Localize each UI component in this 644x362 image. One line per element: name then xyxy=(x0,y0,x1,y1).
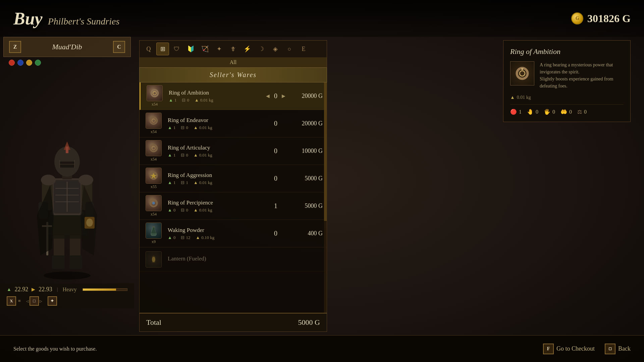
quantity-area-3: 0 xyxy=(262,175,289,182)
stat-up-icon-1: ▲ xyxy=(168,125,172,130)
svg-rect-46 xyxy=(153,255,154,256)
detail-stat-4: ⚖ 0 xyxy=(577,109,587,115)
detail-stat-icon-2: 🖐 xyxy=(544,109,550,115)
filter-tab-moon[interactable]: ☽ xyxy=(255,43,268,55)
quantity-area-5: 0 xyxy=(262,230,289,237)
shop-item-waking-powder[interactable]: x9 Waking Powder ▲ 0 ⊟ 12 ▲ 0.10 kg xyxy=(140,220,327,247)
checkout-action[interactable]: F Go to Checkout xyxy=(543,344,595,354)
item-name-3: Ring of Aggression xyxy=(168,172,258,179)
shop-item-ring-of-endeavor[interactable]: x54 Ring of Endeavor ▲ 1 ⊟ 0 ▲ 0.01 kg xyxy=(140,110,327,137)
detail-weight: ▲ 0.01 kg xyxy=(510,95,624,100)
item-stats-1: ▲ 1 ⊟ 0 ▲ 0.01 kg xyxy=(168,125,258,130)
qty-decrease-0[interactable]: ◀ xyxy=(266,93,270,99)
filter-tab-shield[interactable]: 🔰 xyxy=(184,43,197,55)
qty-value-1: 0 xyxy=(272,120,280,127)
stat-neutral-val-1: 0 xyxy=(186,125,188,130)
status-icon-health xyxy=(9,60,15,66)
filter-tab-lightning[interactable]: ⚡ xyxy=(241,43,254,55)
svg-point-42 xyxy=(152,202,155,204)
item-price-1: 20000 G xyxy=(289,120,323,127)
action-btn-special[interactable]: ✦ xyxy=(48,296,57,306)
item-icon-1 xyxy=(146,113,162,129)
shop-item-ring-of-ambition[interactable]: x54 Ring of Ambition ▲ 1 ⊟ 0 ▲ 0.01 kg xyxy=(140,82,327,110)
quantity-area-2: 0 xyxy=(262,147,289,155)
shop-item-ring-of-percipience[interactable]: x54 Ring of Percipience ▲ 0 ⊟ 0 ▲ 0.01 k… xyxy=(140,192,327,220)
item-count-4: x54 xyxy=(151,212,157,217)
special-key[interactable]: ✦ xyxy=(48,296,57,306)
svg-rect-26 xyxy=(66,146,68,153)
back-key[interactable]: ◻ xyxy=(605,344,615,354)
action-btn-x[interactable]: X ≡ xyxy=(7,296,21,306)
item-icon-0 xyxy=(147,85,163,101)
item-stat-weight-2: ▲ 0.01 kg xyxy=(194,153,212,158)
nav-right-key[interactable]: C xyxy=(113,41,125,53)
svg-rect-44 xyxy=(152,256,155,263)
item-icon-area-6 xyxy=(144,251,164,267)
item-stat-neutral-5: ⊟ 12 xyxy=(181,235,190,240)
status-icon-mana xyxy=(17,60,23,66)
stat-up-icon-5: ▲ xyxy=(168,235,172,240)
item-stats-2: ▲ 1 ⊟ 0 ▲ 0.01 kg xyxy=(168,153,258,158)
svg-point-0 xyxy=(44,272,91,280)
shop-name: Philbert's Sundries xyxy=(48,16,120,27)
weight-val-5: 0.10 kg xyxy=(201,235,214,240)
filter-tab-blade[interactable]: 🗡 xyxy=(227,43,239,55)
nav-left-key[interactable]: Z xyxy=(9,41,21,53)
quantity-selector-0[interactable]: ◀ 0 ▶ xyxy=(262,92,289,100)
weight-val-0: 0.01 kg xyxy=(200,98,213,103)
filter-tab-ring[interactable]: ○ xyxy=(283,43,296,55)
detail-stat-3: 🤲 0 xyxy=(560,109,572,115)
qty-value-5: 0 xyxy=(272,230,280,237)
filter-tab-armor[interactable]: 🛡 xyxy=(170,43,183,55)
currency-amount: 301826 G xyxy=(587,12,631,25)
swap-key[interactable]: ◁ □ ▷ xyxy=(26,296,42,306)
back-action[interactable]: ◻ Back xyxy=(605,344,631,354)
item-icon-area-5: x9 xyxy=(144,223,164,244)
shop-panel: Q ⊞ 🛡 🔰 🏹 ✦ 🗡 ⚡ ☽ ◈ ○ E All Seller's War… xyxy=(139,40,327,332)
svg-point-20 xyxy=(78,175,93,185)
item-name-5: Waking Powder xyxy=(168,227,258,234)
item-count-5: x9 xyxy=(152,239,156,244)
stat-up-icon-2: ▲ xyxy=(168,153,172,158)
category-label: All xyxy=(139,57,327,67)
item-info-2: Ring of Articulacy ▲ 1 ⊟ 0 ▲ 0.01 kg xyxy=(164,144,262,158)
x-key[interactable]: X xyxy=(7,296,16,306)
stat-neutral-icon-0: ⊟ xyxy=(182,98,185,103)
item-stat-up-2: ▲ 1 xyxy=(168,153,175,158)
detail-content: A ring bearing a mysterious power that i… xyxy=(510,61,624,89)
filter-tab-q[interactable]: Q xyxy=(142,43,155,55)
item-name-0: Ring of Ambition xyxy=(169,89,258,96)
header: Buy Philbert's Sundries G 301826 G xyxy=(0,0,644,37)
detail-stat-icon-3: 🤲 xyxy=(560,109,567,115)
detail-stat-val-0: 1 xyxy=(519,109,522,115)
qty-increase-0[interactable]: ▶ xyxy=(282,93,285,99)
detail-weight-value: 0.01 kg xyxy=(517,95,531,100)
bottom-actions: F Go to Checkout ◻ Back xyxy=(543,344,631,354)
filter-tab-grid[interactable]: ⊞ xyxy=(156,43,169,55)
scrollbar[interactable] xyxy=(324,82,327,313)
weight-icon-3: ▲ xyxy=(194,180,198,185)
stat-up-val-1: 1 xyxy=(173,125,176,130)
detail-stat-val-1: 0 xyxy=(536,109,538,115)
item-stat-neutral-1: ⊟ 0 xyxy=(181,125,188,130)
item-count-1: x54 xyxy=(151,129,157,134)
scroll-thumb[interactable] xyxy=(324,82,327,221)
filter-tab-diamond[interactable]: ◈ xyxy=(269,43,282,55)
filter-tab-e[interactable]: E xyxy=(297,43,310,55)
action-btn-swap[interactable]: ◁ □ ▷ xyxy=(26,296,42,306)
svg-rect-23 xyxy=(60,162,74,168)
stat-up-val-4: 0 xyxy=(173,207,176,213)
item-info-1: Ring of Endeavor ▲ 1 ⊟ 0 ▲ 0.01 kg xyxy=(164,117,262,130)
shop-item-ring-of-articulacy[interactable]: x54 Ring of Articulacy ▲ 1 ⊟ 0 ▲ 0.01 kg xyxy=(140,137,327,165)
detail-stat-icon-1: 🤚 xyxy=(527,109,534,115)
square-key[interactable]: □ xyxy=(30,296,39,306)
stat-neutral-icon-3: ⊟ xyxy=(181,180,184,185)
item-stat-neutral-3: ⊟ 1 xyxy=(181,180,188,185)
shop-item-ring-of-aggression[interactable]: x55 Ring of Aggression ▲ 1 ⊟ 1 ▲ 0.01 kg xyxy=(140,165,327,192)
filter-tab-magic[interactable]: ✦ xyxy=(213,43,225,55)
item-icon-4 xyxy=(146,195,162,211)
detail-stat-2: 🖐 0 xyxy=(544,109,555,115)
filter-tab-bow[interactable]: 🏹 xyxy=(199,43,211,55)
checkout-key[interactable]: F xyxy=(543,344,554,354)
filter-tabs: Q ⊞ 🛡 🔰 🏹 ✦ 🗡 ⚡ ☽ ◈ ○ E xyxy=(139,40,327,57)
